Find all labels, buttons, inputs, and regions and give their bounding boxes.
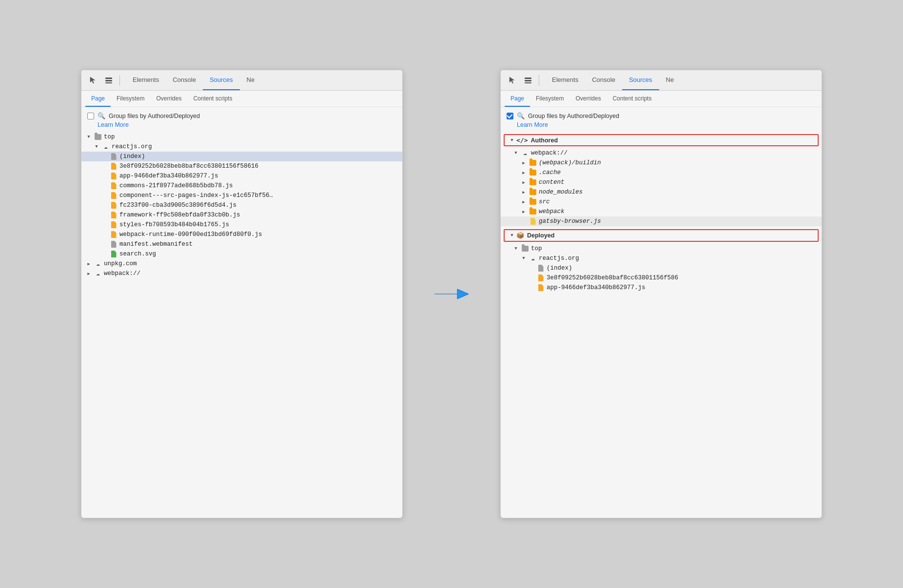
tree-item-f7[interactable]: styles-fb708593b484b04b1765.js [81,220,402,230]
label-f10: search.svg [119,251,156,257]
file-icon-f5 [110,201,118,209]
tree-item-f10[interactable]: search.svg [81,249,402,259]
subtab-content-scripts-left[interactable]: Content scripts [187,91,238,107]
group-files-label-right[interactable]: 🔍 Group files by Authored/Deployed [507,112,816,119]
tree-item-index[interactable]: (index) [81,152,402,161]
cloud-icon-webpack-right: ☁ [521,149,529,157]
toolbar-tabs-left: Elements Console Sources Ne [126,70,261,90]
tab-network-right[interactable]: Ne [659,70,681,90]
layers-icon-left[interactable] [102,74,116,87]
label-reactjs: reactjs.org [112,143,152,150]
tab-elements-right[interactable]: Elements [545,70,585,90]
tab-elements-left[interactable]: Elements [126,70,166,90]
tree-item-top-right[interactable]: top [501,244,822,254]
tab-network-left[interactable]: Ne [240,70,262,90]
file-icon-f6 [110,211,118,219]
tab-sources-right[interactable]: Sources [622,70,659,90]
arrow-reactjs-right [520,255,527,262]
tree-item-unpkg[interactable]: ☁ unpkg.com [81,259,402,269]
folder-icon-webpack [529,208,537,216]
tree-item-f4[interactable]: component---src-pages-index-js-e1c657bf5… [81,191,402,200]
cursor-icon-left[interactable] [86,74,100,87]
file-icon-f1 [110,162,118,170]
deployed-label: Deployed [527,232,554,239]
folder-icon-content [529,178,537,186]
learn-more-link-left[interactable]: Learn More [98,121,396,128]
tree-item-gatsby[interactable]: gatsby-browser.js [501,216,822,226]
tree-item-content[interactable]: content [501,177,822,187]
deployed-section-header[interactable]: 📦 Deployed [504,229,819,242]
file-icon-f10 [110,250,118,258]
file-icon-df1 [537,274,545,282]
tree-item-f9[interactable]: manifest.webmanifest [81,239,402,249]
group-files-text-left: Group files by Authored/Deployed [109,113,200,119]
group-files-checkbox-left[interactable] [87,113,94,119]
tree-item-f6[interactable]: framework-ff9c508ebfda0f33cb0b.js [81,210,402,220]
label-df1: 3e8f09252b6028beb8baf8cc63801156f586 [547,274,678,281]
group-files-label-left[interactable]: 🔍 Group files by Authored/Deployed [87,112,396,119]
arrow-cache [520,169,527,176]
toolbar-sep-right [539,75,539,86]
tree-item-f3[interactable]: commons-21f8977ade868b5bdb78.js [81,181,402,191]
subtab-page-left[interactable]: Page [85,91,111,107]
file-icon-index-right [537,264,545,272]
tab-sources-left[interactable]: Sources [203,70,240,90]
tab-console-left[interactable]: Console [166,70,203,90]
learn-more-link-right[interactable]: Learn More [517,121,816,128]
sub-tabs-left: Page Filesystem Overrides Content script… [81,91,402,107]
file-icon-f3 [110,182,118,190]
tree-item-webpack-folder[interactable]: webpack [501,207,822,216]
tree-item-top[interactable]: top [81,132,402,142]
tree-item-node-modules[interactable]: node_modules [501,187,822,197]
cloud-icon-unpkg: ☁ [94,260,102,268]
tree-item-f1[interactable]: 3e8f09252b6028beb8baf8cc63801156f58616 [81,161,402,171]
tab-console-right[interactable]: Console [585,70,622,90]
tree-item-buildin[interactable]: (webpack)/buildin [501,158,822,168]
subtab-filesystem-left[interactable]: Filesystem [111,91,150,107]
group-files-checkbox-right[interactable] [507,113,513,119]
tree-item-cache[interactable]: .cache [501,168,822,177]
tree-item-f2[interactable]: app-9466def3ba340b862977.js [81,171,402,181]
toolbar-tabs-right: Elements Console Sources Ne [545,70,681,90]
label-f5: fc233f00-cba3d9005c3896f6d5d4.js [119,202,236,209]
folder-icon-src [529,198,537,206]
authored-section-header[interactable]: </> Authored [504,134,819,146]
tree-item-src[interactable]: src [501,197,822,207]
label-webpack-folder: webpack [539,208,565,215]
folder-icon-buildin [529,159,537,167]
folder-icon-node-modules [529,188,537,196]
arrow-unpkg [85,260,92,267]
file-icon-f9 [110,240,118,248]
subtab-content-scripts-right[interactable]: Content scripts [607,91,657,107]
label-index: (index) [119,153,145,160]
tree-item-f5[interactable]: fc233f00-cba3d9005c3896f6d5d4.js [81,200,402,210]
label-reactjs-right: reactjs.org [539,255,579,262]
label-f1: 3e8f09252b6028beb8baf8cc63801156f58616 [119,163,258,170]
svg-rect-3 [525,78,531,79]
svg-rect-1 [105,80,112,81]
subtab-overrides-left[interactable]: Overrides [150,91,187,107]
tree-item-webpack[interactable]: ☁ webpack:// [81,269,402,278]
tree-item-df1[interactable]: 3e8f09252b6028beb8baf8cc63801156f586 [501,273,822,283]
layers-icon-right[interactable] [521,74,535,87]
label-top-right: top [531,245,542,252]
file-icon-gatsby [529,217,537,225]
toolbar-right: Elements Console Sources Ne [501,70,822,91]
filter-icon-right: 🔍 [517,112,525,119]
subtab-overrides-right[interactable]: Overrides [569,91,607,107]
tree-item-reactjs-right[interactable]: ☁ reactjs.org [501,254,822,263]
label-src: src [539,198,550,205]
tree-item-df2[interactable]: app-9466def3ba340b862977.js [501,283,822,293]
subtab-page-right[interactable]: Page [505,91,530,107]
tree-item-reactjs[interactable]: ☁ reactjs.org [81,142,402,152]
tree-item-f8[interactable]: webpack-runtime-090f00ed13bd69fd80f0.js [81,230,402,239]
cloud-icon-reactjs-right: ☁ [529,255,537,262]
label-index-right: (index) [547,265,572,272]
label-unpkg: unpkg.com [104,260,137,267]
subtab-filesystem-right[interactable]: Filesystem [530,91,569,107]
tree-item-index-right[interactable]: (index) [501,263,822,273]
tree-item-webpack-right[interactable]: ☁ webpack:// [501,148,822,158]
arrow-reactjs [93,143,100,150]
label-content: content [539,179,565,186]
cursor-icon-right[interactable] [506,74,519,87]
